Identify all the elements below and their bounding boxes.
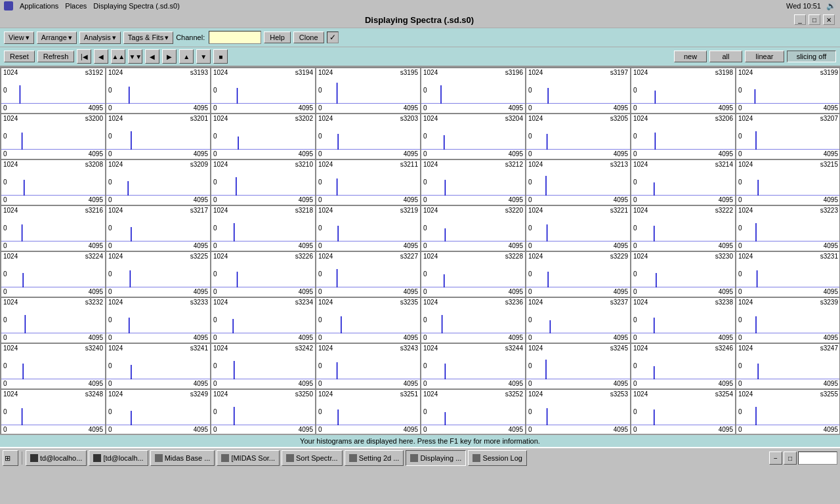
taskbar-minimize-all[interactable]: − [769, 452, 782, 465]
spectrum-cell-45[interactable]: 1024s3237004095 [526, 297, 631, 343]
spectrum-cell-33[interactable]: 1024s3225004095 [106, 251, 211, 297]
spectrum-cell-8[interactable]: 1024s3200004095 [1, 114, 106, 159]
spectrum-cell-7[interactable]: 1024s3199004095 [736, 68, 840, 114]
spectrum-cell-40[interactable]: 1024s3232004095 [1, 297, 106, 343]
spectrum-cell-32[interactable]: 1024s3224004095 [1, 251, 106, 297]
spectrum-cell-43[interactable]: 1024s3235004095 [316, 297, 421, 343]
spectrum-cell-59[interactable]: 1024s3251004095 [316, 389, 421, 434]
spectrum-cell-11[interactable]: 1024s3203004095 [316, 114, 421, 159]
spectrum-cell-62[interactable]: 1024s3254004095 [631, 389, 736, 434]
spectrum-cell-2[interactable]: 1024s3194004095 [211, 68, 316, 114]
spectrum-cell-1[interactable]: 1024s3193004095 [106, 68, 211, 114]
checkbox-toggle[interactable]: ✓ [327, 32, 339, 43]
spectrum-cell-38[interactable]: 1024s3230004095 [631, 251, 736, 297]
spectrum-cell-4[interactable]: 1024s3196004095 [421, 68, 526, 114]
spectrum-cell-9[interactable]: 1024s3201004095 [106, 114, 211, 159]
spectrum-cell-35[interactable]: 1024s3227004095 [316, 251, 421, 297]
spectrum-cell-57[interactable]: 1024s3249004095 [106, 389, 211, 434]
linear-button[interactable]: linear [745, 51, 784, 62]
taskbar-item-0[interactable]: td@localho... [26, 450, 87, 466]
help-button[interactable]: Help [264, 32, 291, 43]
tags-fits-menu[interactable]: Tags & Fits ▾ [123, 32, 173, 44]
spectrum-cell-31[interactable]: 1024s3223004095 [736, 205, 840, 251]
nav-next-page[interactable]: ▼▼ [128, 49, 142, 64]
spectrum-cell-56[interactable]: 1024s3248004095 [1, 389, 106, 434]
taskbar-item-2[interactable]: Midas Base ... [150, 450, 215, 466]
arrange-menu[interactable]: Arrange ▾ [37, 32, 77, 44]
spectrum-cell-42[interactable]: 1024s3234004095 [211, 297, 316, 343]
spectrum-cell-46[interactable]: 1024s3238004095 [631, 297, 736, 343]
spectrum-cell-12[interactable]: 1024s3204004095 [421, 114, 526, 159]
spectrum-cell-47[interactable]: 1024s3239004095 [736, 297, 840, 343]
spectrum-cell-13[interactable]: 1024s3205004095 [526, 114, 631, 159]
spectrum-cell-63[interactable]: 1024s3255004095 [736, 389, 840, 434]
analysis-menu[interactable]: Analysis ▾ [79, 32, 121, 44]
slicing-off-button[interactable]: slicing off [787, 51, 836, 62]
applications-menu[interactable]: Applications [20, 2, 58, 10]
nav-down[interactable]: ▼ [196, 49, 211, 64]
taskbar-item-7[interactable]: Session Log [468, 450, 527, 466]
refresh-button[interactable]: Refresh [37, 51, 75, 62]
spectrum-cell-36[interactable]: 1024s3228004095 [421, 251, 526, 297]
minimize-button[interactable]: _ [794, 14, 806, 25]
taskbar-restore-all[interactable]: □ [784, 452, 797, 465]
spectrum-cell-53[interactable]: 1024s3245004095 [526, 343, 631, 389]
sound-icon[interactable]: 🔊 [826, 1, 836, 10]
spectrum-cell-23[interactable]: 1024s3215004095 [736, 159, 840, 205]
taskbar-desktop-btn[interactable]: ⊞ [3, 450, 18, 466]
nav-square[interactable]: ■ [213, 49, 228, 64]
nav-first[interactable]: |◀ [77, 49, 91, 64]
spectrum-cell-15[interactable]: 1024s3207004095 [736, 114, 840, 159]
spectrum-cell-29[interactable]: 1024s3221004095 [526, 205, 631, 251]
nav-prev-small[interactable]: ◀ [94, 49, 108, 64]
spectrum-cell-24[interactable]: 1024s3216004095 [1, 205, 106, 251]
spectrum-cell-52[interactable]: 1024s3244004095 [421, 343, 526, 389]
all-button[interactable]: all [709, 51, 742, 62]
channel-input[interactable] [209, 31, 261, 44]
spectrum-cell-55[interactable]: 1024s3247004095 [736, 343, 840, 389]
spectrum-cell-28[interactable]: 1024s3220004095 [421, 205, 526, 251]
spectrum-cell-54[interactable]: 1024s3246004095 [631, 343, 736, 389]
taskbar-item-3[interactable]: [MIDAS Sor... [217, 450, 280, 466]
taskbar-item-5[interactable]: Setting 2d ... [345, 450, 404, 466]
spectrum-cell-20[interactable]: 1024s3212004095 [421, 159, 526, 205]
nav-next[interactable]: ▶ [162, 49, 177, 64]
view-menu[interactable]: View ▾ [4, 32, 34, 44]
spectrum-cell-5[interactable]: 1024s3197004095 [526, 68, 631, 114]
spectrum-cell-34[interactable]: 1024s3226004095 [211, 251, 316, 297]
spectrum-cell-60[interactable]: 1024s3252004095 [421, 389, 526, 434]
clone-button[interactable]: Clone [293, 32, 324, 43]
taskbar-item-4[interactable]: Sort Spectr... [282, 450, 343, 466]
spectrum-cell-44[interactable]: 1024s3236004095 [421, 297, 526, 343]
spectrum-cell-0[interactable]: 1024s3192004095 [1, 68, 106, 114]
spectrum-cell-51[interactable]: 1024s3243004095 [316, 343, 421, 389]
nav-prev-page[interactable]: ▲▲ [111, 49, 125, 64]
taskbar-item-6[interactable]: Displaying ... [406, 450, 466, 466]
spectrum-cell-3[interactable]: 1024s3195004095 [316, 68, 421, 114]
nav-up[interactable]: ▲ [179, 49, 194, 64]
spectrum-cell-27[interactable]: 1024s3219004095 [316, 205, 421, 251]
spectrum-cell-61[interactable]: 1024s3253004095 [526, 389, 631, 434]
spectrum-cell-39[interactable]: 1024s3231004095 [736, 251, 840, 297]
spectrum-cell-17[interactable]: 1024s3209004095 [106, 159, 211, 205]
spectrum-cell-49[interactable]: 1024s3241004095 [106, 343, 211, 389]
taskbar-search[interactable] [798, 452, 837, 465]
spectrum-cell-37[interactable]: 1024s3229004095 [526, 251, 631, 297]
spectrum-cell-41[interactable]: 1024s3233004095 [106, 297, 211, 343]
spectrum-cell-21[interactable]: 1024s3213004095 [526, 159, 631, 205]
spectrum-cell-26[interactable]: 1024s3218004095 [211, 205, 316, 251]
close-button[interactable]: ✕ [823, 14, 835, 25]
new-button[interactable]: new [674, 51, 707, 62]
reset-button[interactable]: Reset [4, 51, 35, 62]
spectrum-cell-58[interactable]: 1024s3250004095 [211, 389, 316, 434]
spectrum-cell-19[interactable]: 1024s3211004095 [316, 159, 421, 205]
spectrum-cell-14[interactable]: 1024s3206004095 [631, 114, 736, 159]
maximize-button[interactable]: □ [808, 14, 820, 25]
taskbar-item-1[interactable]: [td@localh... [89, 450, 148, 466]
nav-prev[interactable]: ◀ [145, 49, 159, 64]
spectrum-cell-18[interactable]: 1024s3210004095 [211, 159, 316, 205]
spectrum-cell-16[interactable]: 1024s3208004095 [1, 159, 106, 205]
spectrum-cell-30[interactable]: 1024s3222004095 [631, 205, 736, 251]
spectrum-cell-25[interactable]: 1024s3217004095 [106, 205, 211, 251]
spectrum-cell-50[interactable]: 1024s3242004095 [211, 343, 316, 389]
